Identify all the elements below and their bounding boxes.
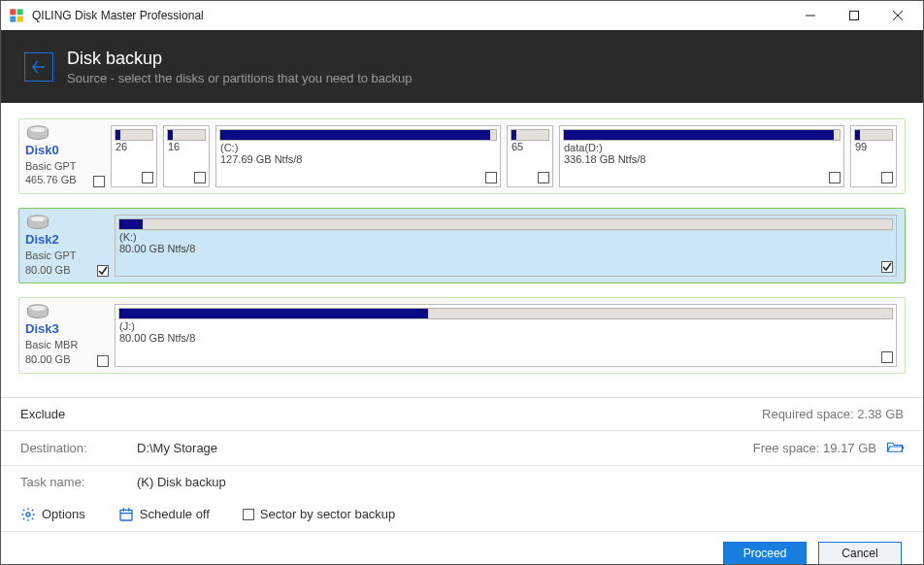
disk-info: Disk3Basic MBR80.00 GB xyxy=(25,304,109,366)
taskname-label: Task name: xyxy=(20,475,137,489)
usage-bar xyxy=(118,218,893,230)
options-button[interactable]: Options xyxy=(20,507,85,522)
destination-row[interactable]: Destination: D:\My Storage Free space: 1… xyxy=(1,431,923,466)
disk-list: Disk0Basic GPT465.76 GB2616(C:)127.69 GB… xyxy=(1,103,923,397)
page-subtitle: Source - select the disks or partitions … xyxy=(67,71,412,85)
gear-icon xyxy=(20,507,36,522)
partition[interactable]: 65 xyxy=(507,125,553,187)
partition-label: data(D:) xyxy=(560,141,843,153)
partition-desc: 80.00 GB Ntfs/8 xyxy=(116,332,896,346)
partition-label: (K:) xyxy=(116,230,896,243)
partition-checkbox[interactable] xyxy=(142,172,153,183)
partition-checkbox[interactable] xyxy=(485,172,497,183)
sector-label: Sector by sector backup xyxy=(260,507,395,521)
partition[interactable]: 26 xyxy=(111,125,157,187)
disk-name: Disk3 xyxy=(25,320,109,338)
partition[interactable]: (K:)80.00 GB Ntfs/8 xyxy=(115,215,897,277)
svg-rect-0 xyxy=(10,9,16,15)
page-header: Disk backup Source - select the disks or… xyxy=(1,30,923,103)
exclude-row[interactable]: Exclude Required space: 2.38 GB xyxy=(1,398,923,431)
minimize-button[interactable] xyxy=(788,2,832,29)
partition-checkbox[interactable] xyxy=(881,351,893,363)
titlebar: QILING Disk Master Professional xyxy=(1,1,923,30)
partition-label: (J:) xyxy=(116,319,896,332)
partitions: (J:)80.00 GB Ntfs/8 xyxy=(115,304,897,366)
partition-checkbox[interactable] xyxy=(829,172,841,183)
svg-point-13 xyxy=(31,307,45,312)
partitions: (K:)80.00 GB Ntfs/8 xyxy=(115,215,897,277)
partition[interactable]: data(D:)336.18 GB Ntfs/8 xyxy=(559,125,844,187)
disk-type: Basic MBR xyxy=(25,338,109,352)
partition-desc: 16 xyxy=(164,141,209,154)
svg-rect-15 xyxy=(120,510,132,520)
disk-type: Basic GPT xyxy=(25,159,105,174)
usage-bar xyxy=(219,129,497,141)
taskname-row[interactable]: Task name: (K) Disk backup xyxy=(1,466,923,498)
svg-point-11 xyxy=(31,216,45,221)
usage-bar xyxy=(563,129,841,141)
partition[interactable]: (J:)80.00 GB Ntfs/8 xyxy=(115,304,897,366)
partition-desc: 336.18 GB Ntfs/8 xyxy=(560,153,843,167)
disk-name: Disk2 xyxy=(25,231,109,249)
maximize-button[interactable] xyxy=(832,2,875,29)
partition-checkbox[interactable] xyxy=(881,261,893,273)
partition-label: (C:) xyxy=(216,141,500,153)
partition-checkbox[interactable] xyxy=(538,172,549,183)
svg-rect-1 xyxy=(17,9,23,15)
back-icon[interactable] xyxy=(24,52,53,82)
exclude-label: Exclude xyxy=(20,407,762,421)
partition-checkbox[interactable] xyxy=(881,172,893,183)
usage-bar xyxy=(118,308,893,319)
calendar-icon xyxy=(118,507,134,522)
disk-row-disk3[interactable]: Disk3Basic MBR80.00 GB(J:)80.00 GB Ntfs/… xyxy=(18,297,906,373)
disk-row-disk0[interactable]: Disk0Basic GPT465.76 GB2616(C:)127.69 GB… xyxy=(18,118,906,194)
partition-desc: 127.69 GB Ntfs/8 xyxy=(216,153,500,167)
disk-name: Disk0 xyxy=(25,142,105,159)
svg-rect-2 xyxy=(10,17,16,22)
close-button[interactable] xyxy=(875,2,919,29)
cancel-button[interactable]: Cancel xyxy=(818,542,902,565)
free-space: Free space: 19.17 GB xyxy=(753,441,876,455)
destination-value: D:\My Storage xyxy=(137,441,753,455)
browse-destination-icon[interactable] xyxy=(886,440,904,456)
window-title: QILING Disk Master Professional xyxy=(32,9,788,22)
partition-desc: 99 xyxy=(851,141,896,154)
taskname-value: (K) Disk backup xyxy=(137,475,904,489)
usage-bar xyxy=(167,129,206,141)
app-logo-icon xyxy=(9,8,24,23)
usage-bar xyxy=(854,129,893,141)
sector-checkbox[interactable]: Sector by sector backup xyxy=(243,507,395,521)
svg-point-14 xyxy=(26,513,30,516)
required-space: Required space: 2.38 GB xyxy=(762,407,904,421)
svg-rect-5 xyxy=(849,12,858,20)
proceed-button[interactable]: Proceed xyxy=(723,542,807,565)
disk-type: Basic GPT xyxy=(25,249,109,263)
partition[interactable]: 16 xyxy=(163,125,210,187)
partition[interactable]: (C:)127.69 GB Ntfs/8 xyxy=(215,125,501,187)
svg-point-9 xyxy=(31,127,45,132)
disk-info: Disk0Basic GPT465.76 GB xyxy=(25,125,105,187)
usage-bar xyxy=(115,129,153,141)
schedule-label: Schedule off xyxy=(140,507,210,521)
disk-checkbox[interactable] xyxy=(93,176,105,187)
usage-bar xyxy=(511,129,549,141)
partition-checkbox[interactable] xyxy=(194,172,206,183)
partitions: 2616(C:)127.69 GB Ntfs/865data(D:)336.18… xyxy=(111,125,897,187)
disk-row-disk2[interactable]: Disk2Basic GPT80.00 GB(K:)80.00 GB Ntfs/… xyxy=(18,208,906,283)
footer: Proceed Cancel xyxy=(1,532,923,565)
disk-info: Disk2Basic GPT80.00 GB xyxy=(25,215,109,277)
disk-checkbox[interactable] xyxy=(97,355,109,367)
page-title: Disk backup xyxy=(67,49,412,69)
sector-check-icon xyxy=(243,509,254,520)
partition[interactable]: 99 xyxy=(850,125,897,187)
options-label: Options xyxy=(42,507,85,521)
form-section: Exclude Required space: 2.38 GB Destinat… xyxy=(1,397,923,498)
destination-label: Destination: xyxy=(20,441,137,455)
schedule-button[interactable]: Schedule off xyxy=(118,507,210,522)
options-bar: Options Schedule off Sector by sector ba… xyxy=(1,498,923,532)
partition-desc: 26 xyxy=(112,141,156,154)
partition-desc: 80.00 GB Ntfs/8 xyxy=(116,243,896,256)
disk-checkbox[interactable] xyxy=(97,265,109,277)
svg-rect-3 xyxy=(17,17,23,22)
partition-desc: 65 xyxy=(508,141,552,154)
